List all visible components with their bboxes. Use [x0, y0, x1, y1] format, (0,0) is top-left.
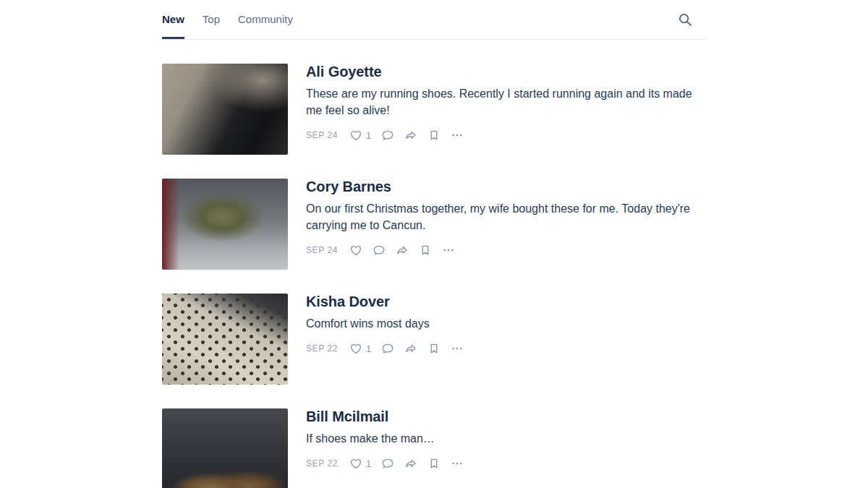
post-content: Cory Barnes On our first Christmas toget… — [306, 179, 706, 270]
speech-bubble-icon — [381, 457, 394, 470]
post-ali-goyette: Ali Goyette These are my running shoes. … — [162, 64, 706, 155]
post-body: On our first Christmas together, my wife… — [306, 200, 706, 234]
share-button[interactable] — [396, 244, 409, 257]
post-date: SEP 24 — [306, 245, 338, 255]
post-thumbnail[interactable] — [162, 294, 288, 385]
like-count: 1 — [366, 459, 371, 468]
speech-bubble-icon — [373, 244, 386, 257]
comment-button[interactable] — [381, 129, 394, 142]
tab-new[interactable]: New — [162, 0, 184, 39]
share-button[interactable] — [404, 129, 417, 142]
ellipsis-icon — [451, 457, 464, 470]
like-button[interactable]: 1 — [349, 129, 371, 142]
post-cory-barnes: Cory Barnes On our first Christmas toget… — [162, 179, 706, 270]
share-arrow-icon — [404, 342, 417, 355]
feed-tabbar: New Top Community — [162, 0, 706, 40]
post-date: SEP 22 — [306, 343, 338, 354]
share-button[interactable] — [404, 342, 417, 355]
like-button[interactable]: 1 — [349, 457, 371, 470]
post-meta: SEP 24 1 — [306, 129, 706, 142]
post-content: Ali Goyette These are my running shoes. … — [306, 64, 706, 155]
ellipsis-icon — [442, 244, 455, 257]
heart-icon — [349, 244, 362, 257]
tab-top[interactable]: Top — [203, 0, 220, 39]
post-author[interactable]: Bill Mcilmail — [306, 408, 706, 425]
share-arrow-icon — [404, 457, 417, 470]
bookmark-icon — [427, 342, 441, 355]
like-count: 1 — [366, 131, 371, 140]
ellipsis-icon — [451, 129, 464, 142]
more-button[interactable] — [451, 129, 464, 142]
more-button[interactable] — [451, 342, 464, 355]
more-button[interactable] — [442, 244, 455, 257]
bookmark-icon — [427, 457, 441, 470]
bookmark-button[interactable] — [427, 342, 441, 355]
comment-button[interactable] — [381, 342, 394, 355]
post-body: These are my running shoes. Recently I s… — [306, 85, 706, 119]
post-author[interactable]: Ali Goyette — [306, 64, 706, 80]
heart-icon — [349, 342, 362, 355]
bookmark-icon — [427, 129, 441, 142]
post-meta: SEP 22 1 — [306, 342, 706, 355]
bookmark-button[interactable] — [427, 457, 441, 470]
bookmark-button[interactable] — [419, 244, 432, 257]
post-author[interactable]: Kisha Dover — [306, 294, 706, 310]
search-icon — [677, 12, 693, 27]
post-date: SEP 24 — [306, 130, 338, 140]
post-content: Bill Mcilmail If shoes make the man… SEP… — [306, 408, 706, 488]
more-button[interactable] — [451, 457, 464, 470]
speech-bubble-icon — [381, 129, 394, 142]
post-bill-mcilmail: Bill Mcilmail If shoes make the man… SEP… — [162, 408, 706, 488]
like-button[interactable] — [349, 244, 362, 257]
post-kisha-dover: Kisha Dover Comfort wins most days SEP 2… — [162, 294, 706, 385]
like-count: 1 — [366, 344, 371, 354]
post-author[interactable]: Cory Barnes — [306, 179, 706, 195]
post-thumbnail[interactable] — [162, 64, 288, 155]
post-thumbnail[interactable] — [162, 179, 288, 270]
heart-icon — [349, 457, 362, 470]
like-button[interactable]: 1 — [349, 342, 371, 355]
bookmark-icon — [419, 244, 432, 257]
share-arrow-icon — [396, 244, 409, 257]
share-arrow-icon — [404, 129, 417, 142]
post-meta: SEP 24 — [306, 244, 706, 257]
ellipsis-icon — [451, 342, 464, 355]
post-feed: Ali Goyette These are my running shoes. … — [162, 40, 706, 488]
speech-bubble-icon — [381, 342, 394, 355]
search-button[interactable] — [677, 12, 693, 27]
post-body: Comfort wins most days — [306, 315, 706, 332]
post-content: Kisha Dover Comfort wins most days SEP 2… — [306, 294, 706, 385]
post-thumbnail[interactable] — [162, 408, 288, 488]
post-body: If shoes make the man… — [306, 430, 706, 447]
post-meta: SEP 22 1 — [306, 457, 706, 470]
bookmark-button[interactable] — [427, 129, 441, 142]
tab-community[interactable]: Community — [238, 0, 293, 39]
post-date: SEP 22 — [306, 458, 338, 468]
comment-button[interactable] — [381, 457, 394, 470]
heart-icon — [349, 129, 362, 142]
share-button[interactable] — [404, 457, 417, 470]
comment-button[interactable] — [373, 244, 386, 257]
feed-page: New Top Community Ali Goyette These are … — [162, 0, 706, 488]
